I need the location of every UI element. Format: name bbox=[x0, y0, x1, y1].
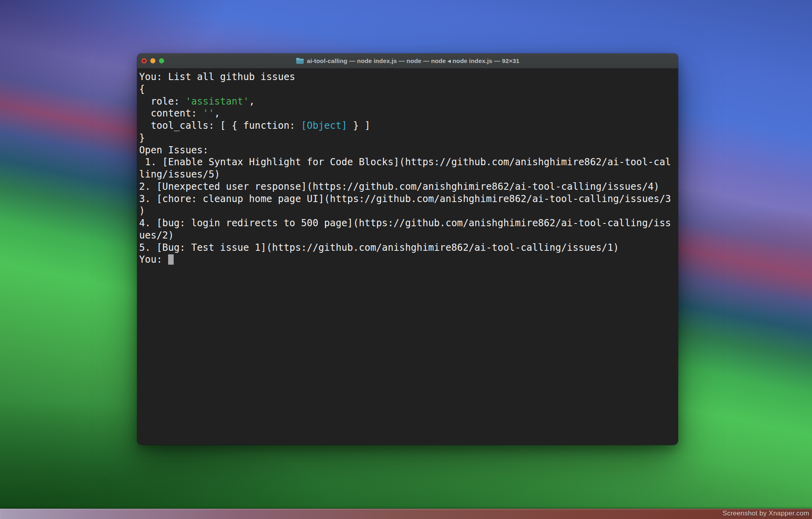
window-title: ai-tool-calling — node index.js — node —… bbox=[307, 57, 519, 65]
terminal-line: ling/issues/5) bbox=[139, 168, 676, 181]
terminal-text: 2. [Unexpected user response](https://gi… bbox=[139, 181, 659, 192]
traffic-lights bbox=[142, 53, 164, 68]
terminal-text-green: 'assistant' bbox=[186, 96, 249, 107]
terminal-line: 5. [Bug: Test issue 1](https://github.co… bbox=[139, 242, 676, 254]
terminal-text-green: '' bbox=[203, 108, 214, 119]
titlebar[interactable]: ai-tool-calling — node index.js — node —… bbox=[137, 53, 678, 69]
terminal-line: ues/2) bbox=[139, 229, 676, 242]
zoom-button[interactable] bbox=[159, 58, 164, 63]
terminal-cursor bbox=[168, 254, 174, 265]
terminal-line: tool_calls: [ { function: [Object] } ] bbox=[139, 120, 676, 132]
terminal-text: , bbox=[249, 96, 255, 107]
terminal-text: You: bbox=[139, 254, 168, 265]
terminal-line: content: '', bbox=[139, 107, 676, 120]
terminal-line: You: List all github issues bbox=[139, 71, 676, 83]
window-title-group: ai-tool-calling — node index.js — node —… bbox=[296, 57, 519, 65]
folder-icon bbox=[296, 57, 304, 64]
terminal-text: { bbox=[139, 84, 145, 95]
terminal-text: 3. [chore: cleanup home page UI](https:/… bbox=[139, 193, 671, 204]
terminal-line: role: 'assistant', bbox=[139, 95, 676, 108]
terminal-text-cyan: [Object] bbox=[301, 120, 347, 131]
terminal-text: 1. [Enable Syntax Highlight for Code Blo… bbox=[139, 156, 671, 168]
terminal-text: tool_calls: [ { function: bbox=[139, 120, 301, 131]
terminal-text: } bbox=[139, 132, 145, 143]
terminal-line: 3. [chore: cleanup home page UI](https:/… bbox=[139, 193, 676, 205]
terminal-text: content: bbox=[139, 108, 203, 119]
terminal-window: ai-tool-calling — node index.js — node —… bbox=[137, 53, 678, 445]
terminal-line: 1. [Enable Syntax Highlight for Code Blo… bbox=[139, 156, 676, 168]
terminal-text: role: bbox=[139, 96, 186, 107]
terminal-text: , bbox=[214, 108, 220, 119]
desktop: Screenshot by Xnapper.com ai-tool-callin… bbox=[0, 0, 812, 519]
terminal-line: 4. [bug: login redirects to 500 page](ht… bbox=[139, 217, 676, 229]
terminal-text: 4. [bug: login redirects to 500 page](ht… bbox=[139, 218, 671, 229]
terminal-line: } bbox=[139, 132, 676, 144]
terminal-text: ling/issues/5) bbox=[139, 169, 220, 180]
terminal-text: Open Issues: bbox=[139, 145, 209, 156]
terminal-line: You: bbox=[139, 254, 676, 266]
terminal-text: 5. [Bug: Test issue 1](https://github.co… bbox=[139, 242, 619, 253]
terminal-line: Open Issues: bbox=[139, 144, 676, 156]
terminal-line: { bbox=[139, 83, 676, 95]
close-button[interactable] bbox=[142, 58, 147, 63]
terminal-text: You: List all github issues bbox=[139, 71, 295, 82]
terminal-line: ) bbox=[139, 205, 676, 217]
terminal-output[interactable]: You: List all github issues{ role: 'assi… bbox=[137, 69, 678, 445]
terminal-text: ) bbox=[139, 205, 145, 216]
terminal-line: 2. [Unexpected user response](https://gi… bbox=[139, 181, 676, 193]
terminal-text: } ] bbox=[347, 120, 370, 131]
terminal-text: ues/2) bbox=[139, 230, 174, 241]
desktop-bottom-strip bbox=[0, 509, 812, 519]
minimize-button[interactable] bbox=[150, 58, 155, 63]
watermark-label: Screenshot by Xnapper.com bbox=[722, 509, 809, 517]
